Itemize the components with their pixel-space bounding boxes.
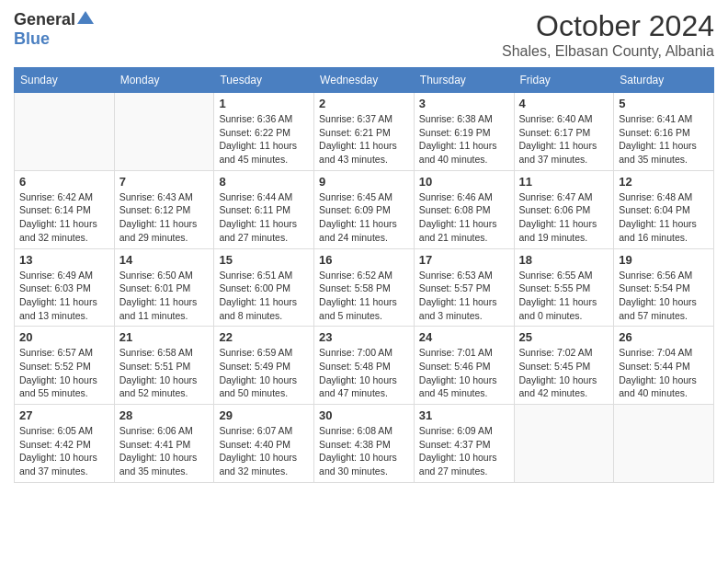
- day-number: 1: [219, 97, 309, 110]
- calendar-day-cell: 6Sunrise: 6:42 AM Sunset: 6:14 PM Daylig…: [15, 170, 115, 248]
- day-number: 19: [619, 253, 709, 267]
- day-number: 10: [419, 175, 509, 189]
- day-info: Sunrise: 6:53 AM Sunset: 5:57 PM Dayligh…: [419, 269, 509, 323]
- day-number: 27: [19, 408, 109, 422]
- day-number: 30: [319, 408, 409, 422]
- day-number: 23: [319, 330, 409, 344]
- calendar-day-cell: 25Sunrise: 7:02 AM Sunset: 5:45 PM Dayli…: [514, 327, 614, 405]
- calendar-day-cell: [614, 405, 714, 483]
- calendar-day-cell: 5Sunrise: 6:41 AM Sunset: 6:16 PM Daylig…: [614, 93, 714, 171]
- day-number: 3: [419, 97, 509, 110]
- day-number: 7: [119, 175, 210, 189]
- day-number: 11: [519, 175, 609, 189]
- weekday-header-cell: Saturday: [614, 68, 714, 93]
- day-info: Sunrise: 6:47 AM Sunset: 6:06 PM Dayligh…: [519, 190, 609, 245]
- page-header: General Blue October 2024 Shales, Elbasa…: [14, 9, 714, 60]
- day-number: 12: [619, 175, 709, 189]
- calendar-day-cell: 24Sunrise: 7:01 AM Sunset: 5:46 PM Dayli…: [414, 327, 514, 405]
- day-number: 21: [119, 330, 210, 344]
- day-number: 8: [219, 175, 309, 189]
- day-info: Sunrise: 6:07 AM Sunset: 4:40 PM Dayligh…: [219, 424, 309, 478]
- calendar-day-cell: 27Sunrise: 6:05 AM Sunset: 4:42 PM Dayli…: [15, 405, 115, 483]
- calendar-day-cell: 4Sunrise: 6:40 AM Sunset: 6:17 PM Daylig…: [514, 93, 614, 171]
- calendar-week-row: 1Sunrise: 6:36 AM Sunset: 6:22 PM Daylig…: [15, 93, 714, 171]
- calendar-week-row: 13Sunrise: 6:49 AM Sunset: 6:03 PM Dayli…: [15, 248, 714, 327]
- logo-blue-text: Blue: [14, 29, 50, 49]
- day-number: 2: [319, 97, 409, 110]
- day-info: Sunrise: 7:01 AM Sunset: 5:46 PM Dayligh…: [419, 346, 509, 400]
- weekday-header-cell: Sunday: [15, 68, 115, 93]
- calendar-day-cell: 17Sunrise: 6:53 AM Sunset: 5:57 PM Dayli…: [414, 248, 514, 327]
- logo: General Blue: [14, 9, 94, 49]
- day-number: 15: [219, 253, 309, 267]
- day-info: Sunrise: 6:46 AM Sunset: 6:08 PM Dayligh…: [419, 190, 509, 245]
- day-number: 16: [319, 253, 409, 267]
- day-number: 9: [319, 175, 409, 189]
- weekday-header-row: SundayMondayTuesdayWednesdayThursdayFrid…: [15, 68, 714, 93]
- calendar-week-row: 20Sunrise: 6:57 AM Sunset: 5:52 PM Dayli…: [15, 327, 714, 405]
- day-number: 22: [219, 330, 309, 344]
- calendar-day-cell: 23Sunrise: 7:00 AM Sunset: 5:48 PM Dayli…: [314, 327, 415, 405]
- calendar-week-row: 6Sunrise: 6:42 AM Sunset: 6:14 PM Daylig…: [15, 170, 714, 248]
- day-number: 29: [219, 408, 309, 422]
- calendar-day-cell: 1Sunrise: 6:36 AM Sunset: 6:22 PM Daylig…: [214, 93, 314, 171]
- day-info: Sunrise: 6:09 AM Sunset: 4:37 PM Dayligh…: [419, 424, 509, 478]
- calendar-week-row: 27Sunrise: 6:05 AM Sunset: 4:42 PM Dayli…: [15, 405, 714, 483]
- day-info: Sunrise: 6:41 AM Sunset: 6:16 PM Dayligh…: [619, 112, 709, 167]
- day-info: Sunrise: 6:52 AM Sunset: 5:58 PM Dayligh…: [319, 269, 409, 323]
- logo-icon: [77, 9, 94, 26]
- weekday-header-cell: Monday: [114, 68, 214, 93]
- calendar-day-cell: 13Sunrise: 6:49 AM Sunset: 6:03 PM Dayli…: [15, 248, 115, 327]
- month-title: October 2024: [502, 9, 714, 43]
- day-info: Sunrise: 6:08 AM Sunset: 4:38 PM Dayligh…: [319, 424, 409, 478]
- weekday-header-cell: Tuesday: [214, 68, 314, 93]
- day-number: 31: [419, 408, 509, 422]
- day-info: Sunrise: 6:49 AM Sunset: 6:03 PM Dayligh…: [19, 269, 109, 323]
- day-number: 14: [119, 253, 210, 267]
- location-title: Shales, Elbasan County, Albania: [502, 43, 714, 60]
- day-info: Sunrise: 6:51 AM Sunset: 6:00 PM Dayligh…: [219, 269, 309, 323]
- day-info: Sunrise: 7:02 AM Sunset: 5:45 PM Dayligh…: [519, 346, 609, 400]
- calendar-day-cell: 16Sunrise: 6:52 AM Sunset: 5:58 PM Dayli…: [314, 248, 415, 327]
- calendar-day-cell: [514, 405, 614, 483]
- calendar-day-cell: 7Sunrise: 6:43 AM Sunset: 6:12 PM Daylig…: [114, 170, 214, 248]
- day-info: Sunrise: 6:48 AM Sunset: 6:04 PM Dayligh…: [619, 190, 709, 245]
- day-info: Sunrise: 6:55 AM Sunset: 5:55 PM Dayligh…: [519, 269, 609, 323]
- calendar-day-cell: 2Sunrise: 6:37 AM Sunset: 6:21 PM Daylig…: [314, 93, 415, 171]
- calendar-day-cell: 8Sunrise: 6:44 AM Sunset: 6:11 PM Daylig…: [214, 170, 314, 248]
- calendar-day-cell: [15, 93, 115, 171]
- calendar-day-cell: 28Sunrise: 6:06 AM Sunset: 4:41 PM Dayli…: [114, 405, 214, 483]
- day-info: Sunrise: 6:56 AM Sunset: 5:54 PM Dayligh…: [619, 269, 709, 323]
- day-number: 25: [519, 330, 609, 344]
- calendar-table: SundayMondayTuesdayWednesdayThursdayFrid…: [14, 67, 714, 483]
- calendar-day-cell: 9Sunrise: 6:45 AM Sunset: 6:09 PM Daylig…: [314, 170, 415, 248]
- day-info: Sunrise: 6:38 AM Sunset: 6:19 PM Dayligh…: [419, 112, 509, 167]
- day-number: 20: [19, 330, 109, 344]
- calendar-day-cell: 15Sunrise: 6:51 AM Sunset: 6:00 PM Dayli…: [214, 248, 314, 327]
- day-info: Sunrise: 6:06 AM Sunset: 4:41 PM Dayligh…: [119, 424, 210, 478]
- day-info: Sunrise: 6:37 AM Sunset: 6:21 PM Dayligh…: [319, 112, 409, 167]
- calendar-day-cell: 21Sunrise: 6:58 AM Sunset: 5:51 PM Dayli…: [114, 327, 214, 405]
- day-info: Sunrise: 6:05 AM Sunset: 4:42 PM Dayligh…: [19, 424, 109, 478]
- calendar-day-cell: 18Sunrise: 6:55 AM Sunset: 5:55 PM Dayli…: [514, 248, 614, 327]
- calendar-day-cell: 14Sunrise: 6:50 AM Sunset: 6:01 PM Dayli…: [114, 248, 214, 327]
- svg-marker-0: [77, 11, 94, 24]
- calendar-day-cell: 22Sunrise: 6:59 AM Sunset: 5:49 PM Dayli…: [214, 327, 314, 405]
- day-number: 26: [619, 330, 709, 344]
- weekday-header-cell: Thursday: [414, 68, 514, 93]
- calendar-day-cell: 3Sunrise: 6:38 AM Sunset: 6:19 PM Daylig…: [414, 93, 514, 171]
- weekday-header-cell: Wednesday: [314, 68, 415, 93]
- calendar-day-cell: 20Sunrise: 6:57 AM Sunset: 5:52 PM Dayli…: [15, 327, 115, 405]
- calendar-day-cell: 29Sunrise: 6:07 AM Sunset: 4:40 PM Dayli…: [214, 405, 314, 483]
- calendar-day-cell: 11Sunrise: 6:47 AM Sunset: 6:06 PM Dayli…: [514, 170, 614, 248]
- calendar-body: 1Sunrise: 6:36 AM Sunset: 6:22 PM Daylig…: [15, 93, 714, 483]
- day-info: Sunrise: 6:40 AM Sunset: 6:17 PM Dayligh…: [519, 112, 609, 167]
- day-info: Sunrise: 6:45 AM Sunset: 6:09 PM Dayligh…: [319, 190, 409, 245]
- day-info: Sunrise: 7:00 AM Sunset: 5:48 PM Dayligh…: [319, 346, 409, 400]
- calendar-day-cell: 12Sunrise: 6:48 AM Sunset: 6:04 PM Dayli…: [614, 170, 714, 248]
- day-info: Sunrise: 6:42 AM Sunset: 6:14 PM Dayligh…: [19, 190, 109, 245]
- day-info: Sunrise: 7:04 AM Sunset: 5:44 PM Dayligh…: [619, 346, 709, 400]
- day-number: 28: [119, 408, 210, 422]
- day-number: 17: [419, 253, 509, 267]
- day-number: 18: [519, 253, 609, 267]
